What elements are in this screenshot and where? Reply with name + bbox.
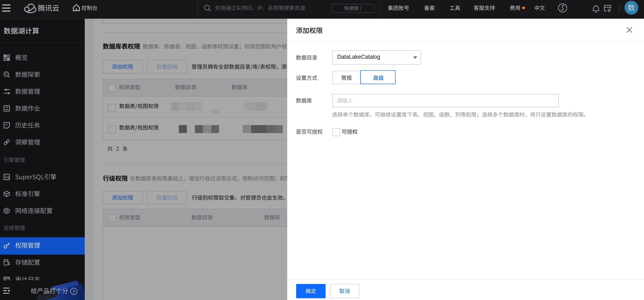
svg-text:Sq: Sq xyxy=(4,175,9,179)
